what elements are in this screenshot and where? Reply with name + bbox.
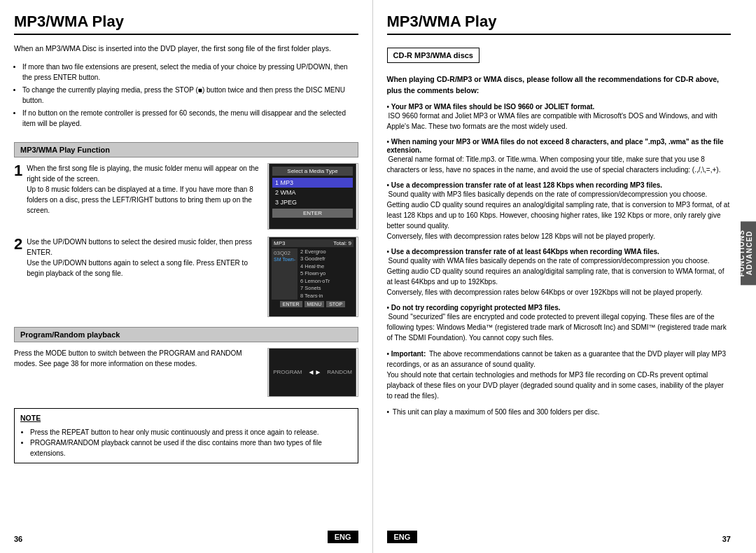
functions-label: FUNCTIONS [738,230,746,276]
program-random-widget: PROGRAM ◄► RANDOM [269,348,356,397]
folder-list-image: MP3Total: 9 03Q02SM Town- 2 Evergroo 3 G… [267,237,358,317]
right-page-title: MP3/WMA Play [387,13,732,35]
folder-header: MP3Total: 9 [272,239,354,247]
step1: 1 When the first song file is playing, t… [14,163,260,216]
media-selector-title: Select a Media Type [272,167,353,176]
media-item-wma: 2 WMA [272,188,353,197]
bp-5: • Do not try recording copyright protect… [387,303,732,343]
media-item-jpeg: 3 JPEG [272,197,353,207]
note-item: PROGRAM/RANDOM playback cannot be used i… [30,438,352,458]
step1-block: 1 When the first song file is playing, t… [14,163,358,230]
step2-content: Use the UP/DOWN buttons to select the de… [27,237,260,279]
bold-intro: When playing CD-R/MP3 or WMA discs, plea… [387,74,732,97]
media-selector-widget: Select a Media Type 1 MP3 2 WMA 3 JPEG E… [269,163,356,230]
bp4-text: Sound quality with WMA files basically d… [387,257,724,296]
random-label: RANDOM [327,369,352,375]
section2-header: Program/Random playback [14,327,358,342]
right-page: MP3/WMA Play CD-R MP3/WMA discs When pla… [373,0,757,553]
note-list: Press the REPEAT button to hear only mus… [20,427,352,458]
prog-arrow-icon: ◄► [307,368,321,376]
bp7-text: This unit can play a maximum of 500 file… [393,408,600,416]
bp5-text: Sound "securized" files are encrypted an… [387,313,727,342]
note-box: NOTE Press the REPEAT button to hear onl… [14,408,358,463]
advanced-functions-tab: ADVANCED FUNCTIONS [741,221,756,285]
media-item-mp3: 1 MP3 [272,178,353,188]
left-page-title: MP3/WMA Play [14,13,358,35]
left-eng-badge: ENG [328,531,358,543]
bp4-title: Use a decompression transfer rate of at … [391,248,659,255]
left-page: MP3/WMA Play When an MP3/WMA Disc is ins… [0,0,373,553]
media-selector-enter: ENTER [272,209,353,218]
cdr-header: CD-R MP3/WMA discs [387,48,480,63]
bp2-title: When naming your MP3 or WMA files do not… [387,138,724,154]
bp1-text: ISO 9660 format and Joliet MP3 or WMA fi… [387,112,718,130]
note-item: Press the REPEAT button to hear only mus… [30,427,352,438]
program-random-block: Press the MODE button to switch between … [14,348,358,397]
bp3-text: Sound quality with MP3 files basically d… [387,190,730,240]
bp-1: • Your MP3 or WMA files should be ISO 96… [387,102,732,132]
folder-controls: ENTER MENU STOP [272,301,354,307]
folder-list-widget: MP3Total: 9 03Q02SM Town- 2 Evergroo 3 G… [269,237,356,317]
left-page-number: 36 [14,531,22,543]
bp5-title: Do not try recording copyright protected… [391,304,561,312]
right-eng-badge: ENG [387,531,418,543]
bp1-title: Your MP3 or WMA files should be ISO 9660… [391,103,595,111]
step2-block: 2 Use the UP/DOWN buttons to select the … [14,237,358,317]
program-random-text: Press the MODE button to switch between … [14,348,260,369]
media-selector-image: Select a Media Type 1 MP3 2 WMA 3 JPEG E… [267,163,358,230]
right-page-number: 37 [722,531,731,543]
section1-header: MP3/WMA Play Function [14,142,358,158]
bullet-item: If more than two file extensions are pre… [22,62,358,83]
bullet-item: If no button on the remote controller is… [22,108,358,129]
step1-number: 1 [14,163,22,178]
step2: 2 Use the UP/DOWN buttons to select the … [14,237,260,279]
bp-2: • When naming your MP3 or WMA files do n… [387,137,732,175]
bp6-title: Important: [391,350,428,358]
bp3-title: Use a decompression transfer rate of at … [391,181,662,189]
intro-bullet-list: If more than two file extensions are pre… [22,62,358,131]
bp6-text: The above recommendations cannot be take… [387,350,727,400]
bullet-item: To change the currently playing media, p… [22,85,358,106]
bp-3: • Use a decompression transfer rate of a… [387,181,732,241]
program-label: PROGRAM [273,369,302,375]
program-random-image: PROGRAM ◄► RANDOM [267,348,358,397]
bp-6: • Important: The above recommendations c… [387,349,732,401]
bp2-text: General name format of: Title.mp3. or Ti… [387,155,721,174]
advanced-label: ADVANCED [746,231,753,276]
right-bullet-list: • Your MP3 or WMA files should be ISO 96… [387,102,732,423]
step1-content: When the first song file is playing, the… [27,163,260,216]
intro-text: When an MP3/WMA Disc is inserted into th… [14,43,358,55]
note-header: NOTE [20,413,352,424]
bp-7: • This unit can play a maximum of 500 fi… [387,407,732,417]
step2-number: 2 [14,237,22,252]
bp-4: • Use a decompression transfer rate of a… [387,247,732,298]
